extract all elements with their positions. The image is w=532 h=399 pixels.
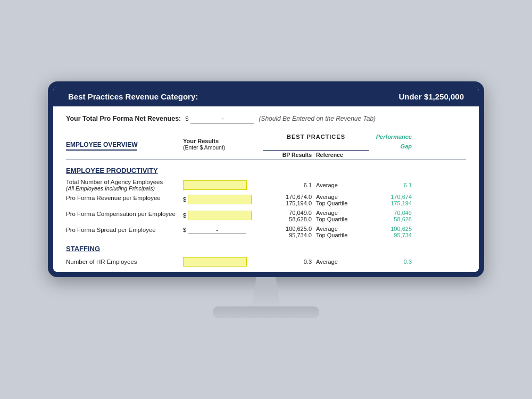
bp-val-2a: 170,674.0 xyxy=(263,194,316,200)
yellow-input-1[interactable] xyxy=(183,180,247,190)
bp-val-4b: 95,734.0 xyxy=(263,232,316,238)
gaps-4: 100,625 95,734 xyxy=(369,226,412,238)
revenue-field[interactable] xyxy=(190,114,254,124)
employee-overview-label: EMPLOYEE OVERVIEW xyxy=(66,141,137,151)
yellow-input-2[interactable] xyxy=(188,195,252,204)
bp-val-3b: 58,628.0 xyxy=(263,216,316,222)
bp-val-3a: 70,049.0 xyxy=(263,210,316,216)
revenue-note: (Should Be Entered on the Revenue Tab) xyxy=(259,115,376,122)
col-employee-overview: EMPLOYEE OVERVIEW xyxy=(66,139,183,151)
gaps-3: 70,049 58,628 xyxy=(369,210,412,222)
sub-col-empty2 xyxy=(183,152,263,158)
header-title-value: Under $1,250,000 xyxy=(398,92,464,101)
your-results-sub: (Enter $ Amount) xyxy=(183,144,263,151)
gap-2a: 170,674 xyxy=(369,194,412,200)
ref-1: Average xyxy=(316,182,369,188)
dollar-3: $ xyxy=(183,212,186,219)
section-staffing: STAFFING xyxy=(66,245,466,253)
spread-input[interactable] xyxy=(188,227,246,234)
header-title-label: Best Practices Revenue Category: xyxy=(68,92,198,101)
monitor: Best Practices Revenue Category: Under $… xyxy=(48,81,484,318)
ref-3b: Top Quartile xyxy=(316,216,369,222)
gap-2b: 175,194 xyxy=(369,200,412,206)
gap-3b: 58,628 xyxy=(369,216,412,222)
dollar-sign: $ xyxy=(185,115,188,122)
gap-3a: 70,049 xyxy=(369,210,412,216)
refs-3: Average Top Quartile xyxy=(316,210,369,222)
dollar-2: $ xyxy=(183,196,186,203)
input-cell-2: $ xyxy=(183,194,263,204)
sub-col-reference: Reference xyxy=(316,152,369,158)
section-employee-productivity: EMPLOYEE PRODUCTIVITY xyxy=(66,167,466,174)
row-label-proforma-comp: Pro Forma Compensation per Employee xyxy=(66,210,183,217)
your-results-label: Your Results xyxy=(183,138,263,144)
performance-gap-label: Performance Gap xyxy=(376,134,412,149)
row-hr-employees: Number of HR Employees 0.3 Average 0.3 xyxy=(66,257,466,267)
revenue-row: Your Total Pro Forma Net Revenues: $ (Sh… xyxy=(66,114,466,124)
row-proforma-revenue: Pro Forma Revenue per Employee $ 170,674… xyxy=(66,194,466,206)
screen-inner: Best Practices Revenue Category: Under $… xyxy=(53,87,479,272)
bp-val-2b: 175,194.0 xyxy=(263,200,316,206)
row-label-sub: (All Employees Including Principals) xyxy=(66,185,183,192)
row-proforma-spread: Pro Forma Spread per Employee $ 100,625.… xyxy=(66,226,466,238)
sub-col-empty1 xyxy=(66,152,183,158)
monitor-screen: Best Practices Revenue Category: Under $… xyxy=(48,81,484,277)
monitor-neck xyxy=(250,277,282,306)
input-cell-1 xyxy=(183,180,263,190)
monitor-base xyxy=(213,306,319,318)
col-your-results: Your Results (Enter $ Amount) xyxy=(183,138,263,151)
revenue-input-group: $ xyxy=(185,114,254,124)
bp-vals-4: 100,625.0 95,734.0 xyxy=(263,226,316,238)
row-label-total-agency: Total Number of Agency Employees (All Em… xyxy=(66,179,183,192)
sub-headers-row: BP Results Reference xyxy=(66,152,466,160)
bp-val-1: 6.1 xyxy=(263,182,316,188)
header-bar: Best Practices Revenue Category: Under $… xyxy=(53,87,479,106)
input-cell-4: $ xyxy=(183,226,263,234)
refs-4: Average Top Quartile xyxy=(316,226,369,238)
table-header-wrapper: EMPLOYEE OVERVIEW Your Results (Enter $ … xyxy=(66,131,466,151)
best-practices-label: BEST PRACTICES xyxy=(287,134,345,140)
content-area: Your Total Pro Forma Net Revenues: $ (Sh… xyxy=(53,106,479,272)
input-cell-3: $ xyxy=(183,210,263,220)
bp-vals-3: 70,049.0 58,628.0 xyxy=(263,210,316,222)
yellow-input-5[interactable] xyxy=(183,257,247,267)
sub-col-empty3 xyxy=(369,152,412,158)
row-label-hr: Number of HR Employees xyxy=(66,259,183,265)
ref-3a: Average xyxy=(316,210,369,216)
best-practices-header: BEST PRACTICES xyxy=(263,131,369,151)
row-label-main: Total Number of Agency Employees xyxy=(66,179,183,185)
input-cell-5 xyxy=(183,257,263,267)
refs-2: Average Top Quartile xyxy=(316,194,369,206)
bp-vals-2: 170,674.0 175,194.0 xyxy=(263,194,316,206)
row-label-proforma-spread: Pro Forma Spread per Employee xyxy=(66,226,183,233)
col-performance-gap: Performance Gap xyxy=(369,131,412,151)
ref-5: Average xyxy=(316,259,369,265)
bp-val-4a: 100,625.0 xyxy=(263,226,316,232)
row-label-proforma-rev: Pro Forma Revenue per Employee xyxy=(66,194,183,201)
bp-val-5: 0.3 xyxy=(263,259,316,265)
yellow-input-3[interactable] xyxy=(188,211,252,220)
gap-4b: 95,734 xyxy=(369,232,412,238)
row-total-agency-employees: Total Number of Agency Employees (All Em… xyxy=(66,179,466,192)
revenue-label: Your Total Pro Forma Net Revenues: xyxy=(66,115,181,122)
dollar-4: $ xyxy=(183,227,186,233)
ref-2b: Top Quartile xyxy=(316,200,369,206)
sub-col-bp-results: BP Results xyxy=(263,152,316,158)
ref-4a: Average xyxy=(316,226,369,232)
ref-2a: Average xyxy=(316,194,369,200)
gaps-2: 170,674 175,194 xyxy=(369,194,412,206)
gap-5: 0.3 xyxy=(369,259,412,265)
row-proforma-comp: Pro Forma Compensation per Employee $ 70… xyxy=(66,210,466,222)
gap-4a: 100,625 xyxy=(369,226,412,232)
gap-1: 6.1 xyxy=(369,182,412,188)
ref-4b: Top Quartile xyxy=(316,232,369,238)
